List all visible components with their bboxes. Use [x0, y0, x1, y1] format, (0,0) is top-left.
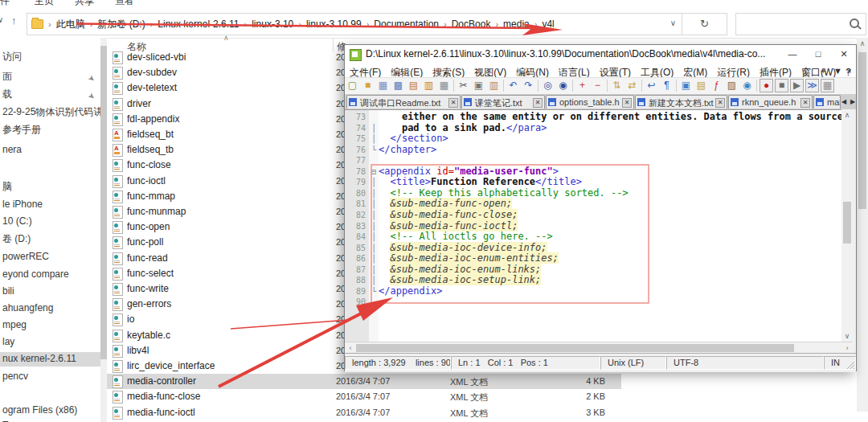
- editor-tab[interactable]: rknn_queue.h✕: [728, 95, 813, 109]
- redo-icon[interactable]: ↷: [522, 79, 535, 92]
- tab-scroll-right-icon[interactable]: ▶: [849, 96, 857, 107]
- doc-map-icon[interactable]: ▤: [694, 79, 708, 92]
- scroll-right-icon[interactable]: ›: [843, 344, 851, 352]
- filelist-scrollbar-thumb[interactable]: [858, 52, 866, 209]
- close-all-icon[interactable]: ▥: [422, 79, 436, 92]
- fold-marker[interactable]: │: [369, 243, 379, 254]
- file-name: gen-errors: [127, 298, 171, 309]
- tab-close-icon[interactable]: ✕: [715, 98, 725, 108]
- scroll-down-icon[interactable]: ∨: [841, 332, 853, 340]
- function-list-icon[interactable]: ƒ: [710, 79, 723, 92]
- save-icon[interactable]: ▦: [376, 79, 390, 92]
- xml-file-icon: [113, 113, 123, 126]
- code-line[interactable]: 82│ &sub-media-func-close;: [345, 210, 841, 221]
- file-row[interactable]: media-func-close2016/3/4 7:07XML 文档2 KB: [107, 389, 621, 404]
- code-line[interactable]: 89└</appendix>: [345, 286, 841, 297]
- file-row[interactable]: media-func-ioctl2016/3/4 7:07XML 文档3 KB: [107, 405, 621, 420]
- status-field-3: Unix (LF): [600, 356, 666, 370]
- npp-editor[interactable]: 73 either on the same entity or on diffe…: [345, 109, 841, 342]
- minimize-button[interactable]: —: [780, 45, 805, 64]
- scroll-up-icon[interactable]: ∧: [857, 39, 868, 47]
- close-button[interactable]: ✕: [831, 45, 857, 64]
- zoom-in-icon[interactable]: +: [575, 79, 589, 92]
- fold-marker[interactable]: │: [369, 123, 379, 134]
- tab-scroll-left-icon[interactable]: ◀: [840, 96, 848, 107]
- editor-tab[interactable]: mai: [813, 95, 841, 109]
- code-line[interactable]: 84│ <!-- All ioctls go here. -->: [345, 231, 841, 243]
- sync-scroll-h-icon[interactable]: ⇄: [625, 79, 639, 92]
- fold-marker[interactable]: │: [369, 275, 379, 286]
- print-icon[interactable]: ▦: [437, 79, 451, 92]
- editor-tab[interactable]: 课堂笔记.txt✕: [461, 95, 545, 109]
- npp-toolbar: ▢■▦▩▤▥▦✂▣▥↶↷◎◉+−⇅⇄↩¶▣▤ƒ▨◉●■▶≫▦: [345, 77, 856, 95]
- menu-extra-3[interactable]: ×: [846, 64, 851, 77]
- editor-vertical-scrollbar[interactable]: ∧ ∨: [841, 109, 853, 342]
- undo-icon[interactable]: ↶: [506, 79, 520, 92]
- scroll-left-icon[interactable]: ‹: [346, 344, 354, 352]
- new-file-icon[interactable]: ▢: [346, 79, 359, 92]
- folder-workspace-icon[interactable]: ▨: [725, 79, 739, 92]
- code-area[interactable]: 73 either on the same entity or on diffe…: [345, 112, 841, 344]
- file-row[interactable]: media-controller2016/3/4 7:07XML 文档4 KB: [107, 374, 621, 389]
- macro-grid-icon[interactable]: ▦: [821, 79, 834, 92]
- editor-vscroll-thumb[interactable]: [843, 202, 851, 244]
- editor-horizontal-scrollbar[interactable]: ‹ ›: [345, 342, 853, 354]
- menu-extra-1[interactable]: +: [821, 64, 825, 77]
- close-file-icon[interactable]: ▤: [407, 79, 420, 92]
- tab-close-icon[interactable]: ✕: [533, 98, 542, 108]
- fold-marker[interactable]: │: [369, 221, 379, 232]
- fold-marker[interactable]: │: [369, 188, 379, 199]
- copy-icon[interactable]: ▣: [472, 79, 485, 92]
- replace-icon[interactable]: ◉: [556, 79, 570, 92]
- cut-icon[interactable]: ✂: [457, 79, 470, 92]
- notepad-plus-plus-window[interactable]: D:\Linux kernel-2.6.11\linux-3.10\linux-…: [344, 44, 857, 371]
- editor-tab[interactable]: 新建文本文档.txt✕: [635, 95, 727, 109]
- fold-marker[interactable]: │: [369, 177, 379, 188]
- editor-tab[interactable]: options_table.h✕: [546, 95, 634, 109]
- fold-marker[interactable]: │: [369, 231, 379, 243]
- xml-file-icon: [113, 236, 123, 249]
- code-segment: &sub-media-func-open;: [390, 198, 512, 209]
- fold-marker[interactable]: │: [369, 133, 379, 145]
- menu-extra-2[interactable]: ▼: [833, 64, 842, 77]
- show-all-chars-icon[interactable]: ¶: [660, 79, 674, 92]
- tab-close-icon[interactable]: ✕: [622, 98, 632, 108]
- xml-file-icon: [113, 283, 123, 296]
- fold-marker[interactable]: │: [369, 210, 379, 221]
- word-wrap-icon[interactable]: ↩: [645, 79, 658, 92]
- fold-marker[interactable]: ⊟: [369, 166, 379, 178]
- code-line[interactable]: 76└</chapter>: [345, 145, 841, 156]
- tab-close-icon[interactable]: ✕: [800, 98, 810, 108]
- play-macro-icon[interactable]: ▶: [790, 79, 804, 92]
- filelist-scrollbar[interactable]: ∧: [857, 38, 868, 412]
- fold-marker[interactable]: │: [369, 264, 379, 276]
- sync-scroll-v-icon[interactable]: ⇅: [610, 79, 624, 92]
- code-line[interactable]: 90: [345, 297, 841, 308]
- fold-marker[interactable]: │: [369, 253, 379, 264]
- open-folder-icon[interactable]: ■: [361, 79, 375, 92]
- tab-close-icon[interactable]: ✕: [448, 98, 458, 108]
- zoom-out-icon[interactable]: −: [591, 79, 604, 92]
- find-icon[interactable]: ◎: [541, 79, 555, 92]
- fold-marker[interactable]: │: [369, 199, 379, 210]
- doc-switch-icon[interactable]: ▣: [679, 79, 693, 92]
- code-text: <!-- Keep this alphabetically sorted. --…: [379, 188, 628, 199]
- fold-marker[interactable]: └: [369, 145, 379, 156]
- editor-hscroll-thumb[interactable]: [356, 344, 794, 352]
- scroll-up-icon[interactable]: ∧: [841, 111, 853, 119]
- maximize-button[interactable]: □: [805, 45, 831, 64]
- status-field-4: UTF-8: [666, 356, 824, 370]
- record-macro-icon[interactable]: ●: [760, 79, 773, 92]
- save-all-icon[interactable]: ▩: [391, 79, 405, 92]
- toolbar-separator: [453, 80, 454, 92]
- paste-icon[interactable]: ▥: [487, 79, 501, 92]
- resize-grip[interactable]: [846, 361, 854, 369]
- file-monitoring-eye-icon[interactable]: ◉: [740, 79, 754, 92]
- file-name: func-close: [127, 159, 171, 170]
- npp-title-bar[interactable]: D:\Linux kernel-2.6.11\linux-3.10\linux-…: [345, 45, 856, 64]
- stop-macro-icon[interactable]: ■: [775, 79, 788, 92]
- fold-marker[interactable]: └: [369, 286, 379, 297]
- run-macro-multiple-icon[interactable]: ≫: [805, 79, 819, 92]
- file-name: media-func-ioctl: [127, 407, 195, 418]
- editor-tab[interactable]: 调试串口Readme.txt✕: [346, 95, 461, 109]
